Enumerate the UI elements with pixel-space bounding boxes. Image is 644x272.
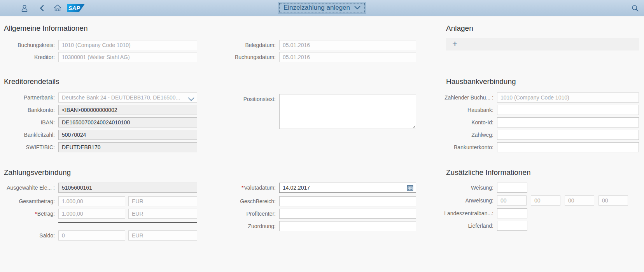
hausbank-field[interactable]: [497, 105, 639, 115]
field-row: Ausgewählte Ele... : 5105600161: [0, 183, 197, 193]
field-row: Landeszentralban...:: [422, 208, 527, 218]
gesamtbetrag-label: Gesamtbetrag:: [0, 196, 58, 206]
gesamtbetrag-field: 1.000,00: [58, 196, 125, 206]
bankunterkonto-label: Bankunterkonto:: [422, 142, 497, 152]
section-title-zahlungsverbindung: Zahlungsverbindung: [4, 168, 71, 177]
bankleitzahl-field: 50070024: [58, 130, 197, 140]
field-row: Buchungsdatum: 05.01.2016: [218, 52, 416, 62]
betrag-label: *Betrag:: [0, 209, 58, 219]
field-row: Hausbank:: [422, 105, 639, 115]
lieferland-field[interactable]: [497, 221, 527, 231]
person-icon[interactable]: [20, 4, 29, 12]
chevron-down-icon: [354, 6, 360, 10]
field-row: Zuordnung:: [218, 221, 416, 231]
hausbank-label: Hausbank:: [422, 105, 497, 115]
belegdatum-label: Belegdatum:: [218, 40, 279, 50]
app-title-dropdown[interactable]: Einzelzahlung anlegen: [278, 2, 366, 14]
weisung-field[interactable]: [497, 183, 527, 193]
anweisung-label: Anweisung:: [422, 195, 497, 206]
buchungskreis-label: Buchungskreis:: [0, 40, 58, 50]
sap-logo-text: SAP: [68, 5, 80, 11]
geschbereich-field[interactable]: [279, 196, 416, 206]
field-row: GeschBereich:: [218, 196, 416, 206]
anweisung-field-1[interactable]: 00: [497, 195, 527, 206]
iban-label: IBAN:: [0, 117, 58, 127]
calendar-icon[interactable]: [407, 185, 413, 191]
field-row: Lieferland:: [422, 221, 527, 231]
field-row: *Betrag: 1.000,00 EUR: [0, 209, 197, 219]
saldo-field: 0: [58, 230, 125, 241]
field-row: Zahlweg:: [422, 130, 639, 140]
positionstext-label: Positionstext:: [218, 94, 279, 104]
zuordnung-field[interactable]: [279, 221, 416, 231]
anweisung-field-3[interactable]: 00: [565, 195, 594, 206]
field-row: Positionstext:: [218, 94, 416, 129]
valutadatum-field[interactable]: 14.02.2017: [279, 183, 416, 193]
bankunterkonto-field[interactable]: [497, 142, 639, 152]
ausgewaehlte-elemente-label: Ausgewählte Ele... :: [0, 183, 58, 193]
field-row: Bankleitzahl: 50070024: [0, 130, 197, 140]
search-icon[interactable]: [631, 4, 639, 12]
landeszentralbank-label: Landeszentralban...:: [422, 208, 497, 218]
section-title-anlagen: Anlagen: [446, 24, 473, 33]
field-row: Kreditor: 10300001 (Walter Stahl AG): [0, 52, 197, 62]
saldo-currency-field: EUR: [128, 230, 197, 241]
sap-logo: SAP: [67, 4, 85, 12]
partnerbank-label: Partnerbank:: [0, 92, 58, 103]
valutadatum-label: *Valutadatum:: [218, 183, 279, 193]
zahlender-buchungskreis-field: 1010 (Company Code 1010): [497, 92, 639, 103]
field-row: Zahlender Buchu... : 1010 (Company Code …: [422, 92, 639, 103]
geschbereich-label: GeschBereich:: [218, 196, 279, 206]
swift-bic-field: DEUTDEBB170: [58, 142, 197, 152]
landeszentralbank-field[interactable]: [497, 208, 527, 218]
ausgewaehlte-elemente-field: 5105600161: [58, 183, 197, 193]
valutadatum-value: 14.02.2017: [283, 185, 310, 191]
belegdatum-field: 05.01.2016: [279, 40, 416, 50]
betrag-currency-field: EUR: [128, 209, 197, 219]
section-title-zusaetzliche-informationen: Zusätzliche Informationen: [446, 168, 531, 177]
sum-separator-line: [58, 245, 197, 245]
shell-header: SAP Einzelzahlung anlegen: [0, 0, 644, 16]
saldo-label: Saldo:: [0, 230, 58, 241]
buchungskreis-field: 1010 (Company Code 1010): [58, 40, 197, 50]
chevron-down-icon: [188, 96, 194, 103]
field-row: Anweisung: 00 00 00 00: [422, 195, 628, 206]
konto-id-field[interactable]: [497, 117, 639, 127]
anweisung-field-4[interactable]: 00: [598, 195, 628, 206]
anlagen-toolbar: +: [446, 38, 639, 51]
field-row: IBAN: DE16500700240024010100: [0, 117, 197, 127]
field-row: *Valutadatum: 14.02.2017: [218, 183, 416, 193]
swift-bic-label: SWIFT/BIC:: [0, 142, 58, 152]
field-row: Profitcenter:: [218, 209, 416, 219]
add-attachment-button[interactable]: +: [452, 40, 457, 49]
home-icon[interactable]: [53, 4, 62, 12]
app-title-label: Einzelzahlung anlegen: [284, 4, 350, 12]
field-row: Partnerbank: Deutsche Bank 24 - DEUTDEBB…: [0, 92, 197, 103]
field-row: SWIFT/BIC: DEUTDEBB170: [0, 142, 197, 152]
required-indicator: *: [35, 211, 37, 217]
buchungsdatum-label: Buchungsdatum:: [218, 52, 279, 62]
zahlweg-label: Zahlweg:: [422, 130, 497, 140]
iban-field: DE16500700240024010100: [58, 117, 197, 127]
gesamtbetrag-currency-field: EUR: [128, 196, 197, 206]
bankkonto-field: <IBAN>000000000002: [58, 105, 197, 115]
anweisung-field-2[interactable]: 00: [531, 195, 560, 206]
zahlender-buchungskreis-label: Zahlender Buchu... :: [422, 92, 497, 103]
zahlweg-field[interactable]: [497, 130, 639, 140]
field-row: Gesamtbetrag: 1.000,00 EUR: [0, 196, 197, 206]
profitcenter-field[interactable]: [279, 209, 416, 219]
partnerbank-select[interactable]: Deutsche Bank 24 - DEUTDEBB170, DE16500.…: [58, 92, 197, 103]
betrag-field: 1.000,00: [58, 209, 125, 219]
positionstext-textarea[interactable]: [279, 94, 416, 129]
konto-id-label: Konto-Id:: [422, 117, 497, 127]
kreditor-label: Kreditor:: [0, 52, 58, 62]
field-row: Bankunterkonto:: [422, 142, 639, 152]
buchungsdatum-field: 05.01.2016: [279, 52, 416, 62]
section-title-allgemeine-informationen: Allgemeine Informationen: [4, 24, 88, 33]
back-icon[interactable]: [38, 4, 47, 12]
sum-separator-line: [58, 222, 197, 223]
field-row: Saldo: 0 EUR: [0, 230, 197, 241]
field-row: Buchungskreis: 1010 (Company Code 1010): [0, 40, 197, 50]
bankkonto-label: Bankkonto:: [0, 105, 58, 115]
weisung-label: Weisung:: [422, 183, 497, 193]
